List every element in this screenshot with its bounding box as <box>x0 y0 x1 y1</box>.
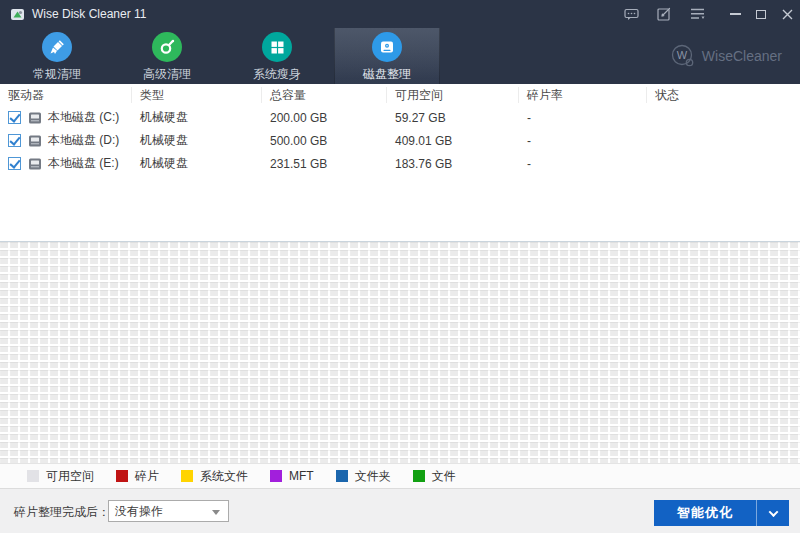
drive-type: 机械硬盘 <box>132 109 262 126</box>
tab-advanced-clean[interactable]: 高级清理 <box>114 28 220 84</box>
smart-optimize-button[interactable]: 智能优化 <box>654 500 789 526</box>
app-icon <box>10 7 25 22</box>
drive-checkbox[interactable] <box>8 157 21 170</box>
drive-frag: - <box>519 157 647 171</box>
drive-checkbox[interactable] <box>8 134 21 147</box>
minimize-button[interactable] <box>722 0 748 28</box>
drive-type: 机械硬盘 <box>132 155 262 172</box>
after-defrag-select[interactable]: 没有操作 <box>108 500 229 522</box>
smart-optimize-label: 智能优化 <box>654 504 756 522</box>
hard-drive-icon <box>28 158 42 170</box>
tab-label: 高级清理 <box>143 66 191 83</box>
legend-item: 可用空间 <box>27 468 94 485</box>
tab-disk-defrag[interactable]: 磁盘整理 <box>334 28 440 84</box>
disk-icon <box>372 32 402 62</box>
app-window: Wise Disk Cleaner 11 <box>0 0 800 533</box>
col-frag: 碎片率 <box>519 87 647 103</box>
legend-item: 碎片 <box>116 468 159 485</box>
toolbar: 常规清理 高级清理 系统瘦身 <box>0 28 800 84</box>
legend-swatch <box>270 470 282 482</box>
sweeper-icon <box>152 32 182 62</box>
table-row[interactable]: 本地磁盘 (D:) 机械硬盘 500.00 GB 409.01 GB - <box>0 129 800 152</box>
window-title: Wise Disk Cleaner 11 <box>32 7 146 21</box>
drive-checkbox[interactable] <box>8 111 21 124</box>
brand-name: WiseCleaner <box>702 48 782 64</box>
legend-swatch <box>413 470 425 482</box>
legend-swatch <box>336 470 348 482</box>
tab-label: 磁盘整理 <box>363 66 411 83</box>
titlebar-actions <box>623 0 800 28</box>
col-total: 总容量 <box>262 87 387 103</box>
after-defrag-value: 没有操作 <box>115 503 163 520</box>
footer-bar: 碎片整理完成后： 没有操作 智能优化 <box>0 488 800 533</box>
legend-item: 文件夹 <box>336 468 391 485</box>
smart-optimize-dropdown[interactable] <box>756 500 789 526</box>
legend-swatch <box>27 470 39 482</box>
legend-bar: 可用空间 碎片 系统文件 MFT 文件夹 文件 <box>0 463 800 488</box>
tab-system-slim[interactable]: 系统瘦身 <box>224 28 330 84</box>
drive-total: 500.00 GB <box>262 134 387 148</box>
register-icon[interactable] <box>656 6 672 22</box>
legend-label: 系统文件 <box>200 468 248 485</box>
legend-swatch <box>181 470 193 482</box>
svg-text:W: W <box>677 49 688 61</box>
legend-swatch <box>116 470 128 482</box>
table-header: 驱动器 类型 总容量 可用空间 碎片率 状态 <box>0 84 800 106</box>
drive-free: 59.27 GB <box>387 111 519 125</box>
chevron-down-icon <box>768 507 778 517</box>
broom-icon <box>42 32 72 62</box>
legend-item: 系统文件 <box>181 468 248 485</box>
legend-label: 碎片 <box>135 468 159 485</box>
drive-type: 机械硬盘 <box>132 132 262 149</box>
after-defrag-label: 碎片整理完成后： <box>14 504 110 521</box>
drive-free: 183.76 GB <box>387 157 519 171</box>
drive-total: 231.51 GB <box>262 157 387 171</box>
legend-label: 文件夹 <box>355 468 391 485</box>
legend-label: 可用空间 <box>46 468 94 485</box>
legend-item: 文件 <box>413 468 456 485</box>
drive-frag: - <box>519 111 647 125</box>
hard-drive-icon <box>28 135 42 147</box>
defrag-block-map <box>0 241 800 463</box>
windows-icon <box>262 32 292 62</box>
legend-label: MFT <box>289 469 314 483</box>
col-drive: 驱动器 <box>0 87 132 103</box>
col-type: 类型 <box>132 87 262 103</box>
maximize-button[interactable] <box>748 0 774 28</box>
table-row[interactable]: 本地磁盘 (C:) 机械硬盘 200.00 GB 59.27 GB - <box>0 106 800 129</box>
feedback-icon[interactable] <box>623 6 639 22</box>
hard-drive-icon <box>28 112 42 124</box>
titlebar: Wise Disk Cleaner 11 <box>0 0 800 28</box>
drive-name: 本地磁盘 (E:) <box>48 155 119 172</box>
menu-icon[interactable] <box>689 6 705 22</box>
drive-name: 本地磁盘 (C:) <box>48 109 119 126</box>
col-free: 可用空间 <box>387 87 519 103</box>
drive-table: 驱动器 类型 总容量 可用空间 碎片率 状态 本地磁盘 (C:) 机械硬盘 <box>0 84 800 241</box>
table-row[interactable]: 本地磁盘 (E:) 机械硬盘 231.51 GB 183.76 GB - <box>0 152 800 175</box>
close-button[interactable] <box>774 0 800 28</box>
tab-label: 常规清理 <box>33 66 81 83</box>
drive-frag: - <box>519 134 647 148</box>
tab-label: 系统瘦身 <box>253 66 301 83</box>
chevron-down-icon <box>212 510 220 515</box>
drive-total: 200.00 GB <box>262 111 387 125</box>
tab-regular-clean[interactable]: 常规清理 <box>4 28 110 84</box>
legend-label: 文件 <box>432 468 456 485</box>
drive-name: 本地磁盘 (D:) <box>48 132 119 149</box>
legend-item: MFT <box>270 469 314 483</box>
brand-logo: W WiseCleaner <box>670 28 782 84</box>
drive-free: 409.01 GB <box>387 134 519 148</box>
col-status: 状态 <box>647 87 800 103</box>
